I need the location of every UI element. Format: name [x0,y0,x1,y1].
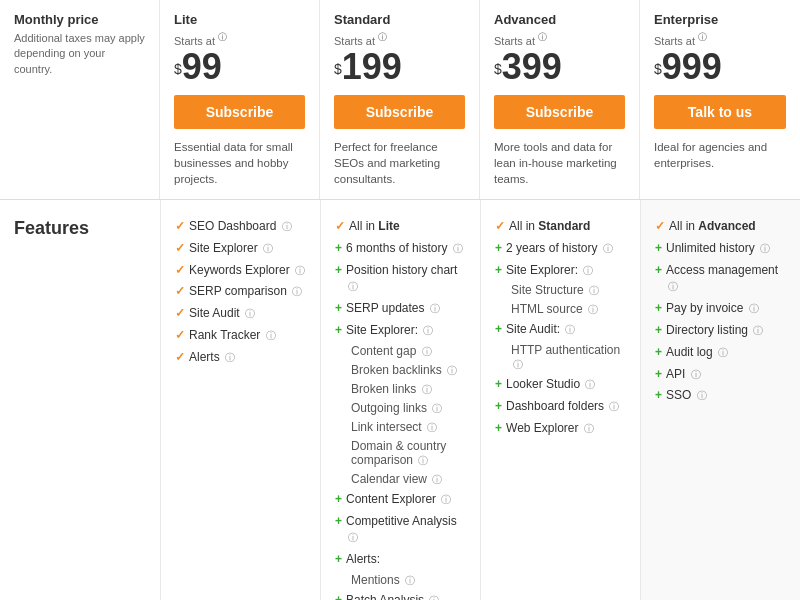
feature-label: Looker Studio ⓘ [506,376,595,393]
list-item: HTML source ⓘ [511,302,626,317]
lite-features-col: ✓ SEO Dashboard ⓘ ✓ Site Explorer ⓘ ✓ Ke… [160,200,320,600]
advanced-starts-at: Starts at ⓘ [494,31,625,47]
feature-label: SSO ⓘ [666,387,707,404]
pricing-table: Monthly price Additional taxes may apply… [0,0,800,600]
list-item: Outgoing links ⓘ [351,401,466,416]
monthly-label: Monthly price [14,12,145,27]
advanced-price: $399 [494,49,625,85]
feature-label: All in Advanced [669,218,756,235]
list-item: + Position history chart ⓘ [335,262,466,296]
advanced-description: More tools and data for lean in-house ma… [494,139,625,187]
plus-icon: + [655,240,662,257]
lite-plan-header: Lite Starts at ⓘ $99 Subscribe Essential… [160,0,320,199]
list-item: + Access management ⓘ [655,262,786,296]
feature-label: Unlimited history ⓘ [666,240,770,257]
plus-icon: + [655,344,662,361]
list-item: + Looker Studio ⓘ [495,376,626,393]
plus-icon: + [335,551,342,568]
monthly-label-col: Monthly price Additional taxes may apply… [0,0,160,199]
list-item: + Web Explorer ⓘ [495,420,626,437]
list-item: HTTP authentication ⓘ [511,343,626,372]
plus-icon: + [335,322,342,339]
standard-starts-at: Starts at ⓘ [334,31,465,47]
list-item: Broken links ⓘ [351,382,466,397]
enterprise-plan-header: Enterprise Starts at ⓘ $999 Talk to us I… [640,0,800,199]
plus-icon: + [655,322,662,339]
advanced-features-col: ✓ All in Standard + 2 years of history ⓘ… [480,200,640,600]
list-item: + Directory listing ⓘ [655,322,786,339]
feature-label: Site Audit: ⓘ [506,321,575,338]
feature-label: Batch Analysis ⓘ [346,592,439,600]
plus-icon: + [495,376,502,393]
advanced-plan-header: Advanced Starts at ⓘ $399 Subscribe More… [480,0,640,199]
list-item: + Competitive Analysis ⓘ [335,513,466,547]
plus-icon: + [495,398,502,415]
standard-subscribe-button[interactable]: Subscribe [334,95,465,129]
feature-label: Directory listing ⓘ [666,322,763,339]
list-item: Calendar view ⓘ [351,472,466,487]
feature-label: SERP updates ⓘ [346,300,440,317]
list-item: + Site Explorer: ⓘ [495,262,626,279]
list-item: ✓ Site Explorer ⓘ [175,240,306,257]
list-item: + Content Explorer ⓘ [335,491,466,508]
enterprise-talk-button[interactable]: Talk to us [654,95,786,129]
plus-icon: + [655,366,662,383]
lite-price: $99 [174,49,305,85]
plus-icon: + [335,300,342,317]
list-item: + Pay by invoice ⓘ [655,300,786,317]
standard-plan-header: Standard Starts at ⓘ $199 Subscribe Perf… [320,0,480,199]
features-title: Features [0,200,160,600]
plus-icon: + [495,321,502,338]
lite-subscribe-button[interactable]: Subscribe [174,95,305,129]
feature-label: Site Explorer: ⓘ [346,322,433,339]
list-item: ✓ All in Standard [495,218,626,235]
feature-label: Access management ⓘ [666,262,786,296]
list-item: + Batch Analysis ⓘ [335,592,466,600]
list-item: + Alerts: [335,551,466,568]
check-icon: ✓ [175,262,185,279]
feature-label: Site Audit ⓘ [189,305,255,322]
list-item: + SERP updates ⓘ [335,300,466,317]
advanced-subscribe-button[interactable]: Subscribe [494,95,625,129]
feature-label: 6 months of history ⓘ [346,240,463,257]
feature-label: All in Lite [349,218,400,235]
plus-icon: + [335,592,342,600]
list-item: Site Structure ⓘ [511,283,626,298]
feature-label: Content Explorer ⓘ [346,491,451,508]
list-item: + Site Explorer: ⓘ [335,322,466,339]
list-item: Domain & country comparison ⓘ [351,439,466,468]
feature-label: Alerts ⓘ [189,349,235,366]
plus-icon: + [335,240,342,257]
enterprise-plan-name: Enterprise [654,12,786,27]
feature-label: API ⓘ [666,366,701,383]
check-icon: ✓ [175,349,185,366]
check-icon: ✓ [175,218,185,235]
feature-label: Dashboard folders ⓘ [506,398,619,415]
list-item: Content gap ⓘ [351,344,466,359]
enterprise-features-col: ✓ All in Advanced + Unlimited history ⓘ … [640,200,800,600]
plus-icon: + [335,262,342,279]
list-item: + Site Audit: ⓘ [495,321,626,338]
lite-starts-at: Starts at ⓘ [174,31,305,47]
plus-icon: + [655,300,662,317]
feature-label: Site Explorer ⓘ [189,240,273,257]
feature-label: SEO Dashboard ⓘ [189,218,292,235]
feature-label: SERP comparison ⓘ [189,283,302,300]
plus-icon: + [495,420,502,437]
check-icon: ✓ [175,283,185,300]
check-icon: ✓ [335,218,345,235]
plus-icon: + [335,513,342,530]
list-item: ✓ All in Advanced [655,218,786,235]
plus-icon: + [495,262,502,279]
list-item: ✓ Site Audit ⓘ [175,305,306,322]
standard-plan-name: Standard [334,12,465,27]
feature-label: Pay by invoice ⓘ [666,300,759,317]
feature-label: All in Standard [509,218,590,235]
standard-features-col: ✓ All in Lite + 6 months of history ⓘ + … [320,200,480,600]
feature-label: Site Explorer: ⓘ [506,262,593,279]
standard-description: Perfect for freelance SEOs and marketing… [334,139,465,187]
lite-description: Essential data for small businesses and … [174,139,305,187]
list-item: Mentions ⓘ [351,573,466,588]
enterprise-price: $999 [654,49,786,85]
advanced-plan-name: Advanced [494,12,625,27]
